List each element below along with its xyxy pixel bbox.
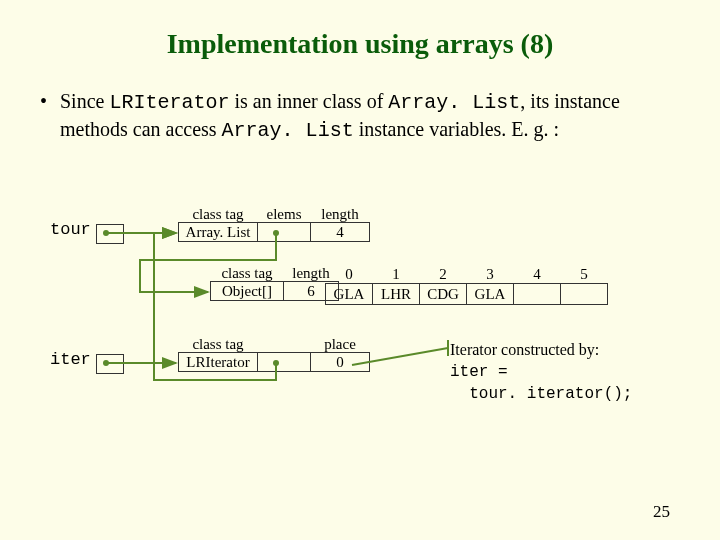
page-title: Implementation using arrays (8): [40, 28, 680, 60]
arr-val-1: LHR: [373, 284, 420, 305]
code-lriterator: LRIterator: [109, 91, 229, 114]
arr-idx-3: 3: [467, 265, 514, 284]
hdr-classtag-arr: class tag: [211, 265, 284, 282]
bullet-lead: Since: [60, 90, 109, 112]
arr-val-5: [561, 284, 608, 305]
arr-idx-4: 4: [514, 265, 561, 284]
arr-idx-5: 5: [561, 265, 608, 284]
arr-idx-0: 0: [326, 265, 373, 284]
objarr-header: class tag length Object[] 6: [210, 265, 339, 301]
hdr-length: length: [311, 206, 370, 223]
slide-number: 25: [653, 502, 670, 522]
note-line1: Iterator constructed by:: [450, 341, 599, 358]
var-iter: iter: [50, 350, 91, 369]
lriterator-object: class tag place LRIterator 0: [178, 336, 370, 372]
diagram: tour iter class tag elems length Array. …: [0, 200, 720, 460]
lriterator-classtag: LRIterator: [179, 353, 258, 372]
lriterator-place: 0: [311, 353, 370, 372]
arr-idx-2: 2: [420, 265, 467, 284]
bullet-mid1: is an inner class of: [229, 90, 388, 112]
bullet-mid3: instance variables. E. g. :: [354, 118, 560, 140]
note-box: Iterator constructed by: iter = tour. it…: [450, 340, 632, 404]
objarr-classtag: Object[]: [211, 282, 284, 301]
slide: Implementation using arrays (8) Since LR…: [0, 0, 720, 540]
bullet-text: Since LRIterator is an inner class of Ar…: [60, 88, 680, 144]
code-arraylist-1: Array. List: [388, 91, 520, 114]
tour-ptr-box: [96, 224, 124, 244]
note-line2: iter =: [450, 363, 508, 381]
arr-val-2: CDG: [420, 284, 467, 305]
iter-ptr-box: [96, 354, 124, 374]
arraylist-length: 4: [311, 223, 370, 242]
arr-val-4: [514, 284, 561, 305]
objarr-elements: 0 1 2 3 4 5 GLA LHR CDG GLA: [325, 265, 608, 305]
hdr-elems: elems: [258, 206, 311, 223]
arr-idx-1: 1: [373, 265, 420, 284]
arr-val-0: GLA: [326, 284, 373, 305]
hdr-classtag: class tag: [179, 206, 258, 223]
arraylist-classtag: Array. List: [179, 223, 258, 242]
var-tour: tour: [50, 220, 91, 239]
code-arraylist-2: Array. List: [222, 119, 354, 142]
arraylist-object: class tag elems length Array. List 4: [178, 206, 370, 242]
note-line3: tour. iterator();: [450, 385, 632, 403]
lriterator-mid-ptr: [258, 353, 311, 372]
hdr-classtag-iter: class tag: [179, 336, 258, 353]
hdr-place: place: [311, 336, 370, 353]
arr-val-3: GLA: [467, 284, 514, 305]
arraylist-elems-ptr: [258, 223, 311, 242]
